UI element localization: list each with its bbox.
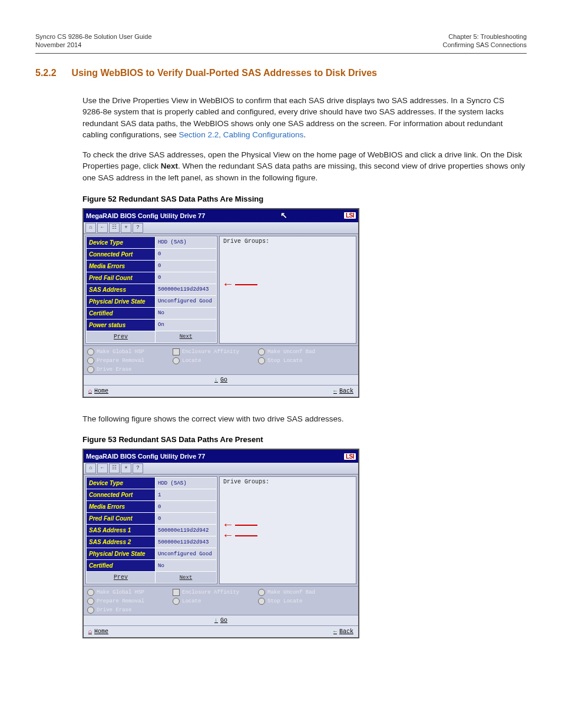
go-arrow-icon: ↓ [214,617,218,624]
property-row: SAS Address 2500000e119d2d943 [87,536,217,548]
property-label: Physical Drive State [87,295,156,307]
opt-make-unconf-bad[interactable]: Make Unconf Bad [258,348,355,355]
figure-53-caption: Figure 53 Redundant SAS Data Paths Are P… [82,435,527,444]
property-value: 0 [156,272,217,284]
section-heading: 5.2.2 Using WebBIOS to Verify Dual-Porte… [35,68,527,78]
back-arrow-icon: ← [333,628,337,635]
tree-icon[interactable]: ☷ [109,463,120,473]
property-row: Device TypeHDD (SAS) [87,477,217,489]
home-button[interactable]: ⌂Home [88,388,108,394]
window-title: MegaRAID BIOS Config Utility Drive 77 [86,453,205,460]
toolbar: ⌂ ← ☷ ☀ ? [84,222,358,234]
property-label: SAS Address 1 [87,525,156,536]
property-row: Pred Fail Count0 [87,272,217,284]
back-icon[interactable]: ← [97,463,108,473]
tree-icon[interactable]: ☷ [109,223,120,233]
property-value: 0 [156,248,217,260]
property-row: SAS Address500000e119d2d943 [87,284,217,295]
settings-icon[interactable]: ☀ [121,223,131,233]
property-label: Pred Fail Count [87,272,156,284]
paragraph-2: To check the drive SAS addresses, open t… [82,149,527,184]
back-button[interactable]: ←Back [333,628,353,635]
opt-enclosure-affinity[interactable]: Enclosure Affinity [173,348,258,355]
opt-prepare-removal[interactable]: Prepare Removal [87,598,173,605]
header-right-2: Confirming SAS Connections [443,41,527,49]
property-row: SAS Address 1500000e119d2d942 [87,525,217,536]
back-icon[interactable]: ← [97,223,108,233]
annotation-arrow-icon [224,529,232,542]
property-label: Power status [87,319,156,331]
go-arrow-icon: ↓ [214,377,218,383]
home-icon: ⌂ [88,388,92,394]
property-row: Device TypeHDD (SAS) [87,236,217,248]
drive-groups-panel: Drive Groups: [219,236,356,344]
property-row: Physical Drive StateUnconfigured Good [87,548,217,560]
header-rule [35,53,527,54]
drive-groups-panel: Drive Groups: [219,476,356,584]
toolbar: ⌂ ← ☷ ☀ ? [84,463,358,475]
opt-enclosure-affinity[interactable]: Enclosure Affinity [173,589,258,596]
paragraph-mid: The following figure shows the correct v… [82,413,527,425]
property-row: Connected Port1 [87,489,217,501]
property-label: SAS Address [87,284,156,295]
cursor-icon: ↖ [280,210,287,220]
running-header: Syncro CS 9286-8e Solution User Guide No… [35,32,527,50]
home-icon[interactable]: ⌂ [85,463,96,473]
property-row: Pred Fail Count0 [87,513,217,525]
go-button[interactable]: ↓Go [214,617,227,624]
opt-prepare-removal[interactable]: Prepare Removal [87,357,173,364]
property-row: Power statusOn [87,319,217,331]
properties-panel: Device TypeHDD (SAS)Connected Port1Media… [85,476,217,584]
header-left-1: Syncro CS 9286-8e Solution User Guide [35,32,152,41]
opt-drive-erase[interactable]: Drive Erase [87,607,173,614]
property-value: On [156,319,217,331]
help-icon[interactable]: ? [133,463,143,473]
settings-icon[interactable]: ☀ [121,463,131,473]
property-row: CertifiedNo [87,560,217,572]
header-left-2: November 2014 [35,41,152,49]
help-icon[interactable]: ? [133,223,143,233]
property-label: Connected Port [87,489,156,501]
property-label: Connected Port [87,248,156,260]
opt-stop-locate[interactable]: Stop Locate [258,598,355,605]
next-button[interactable]: Next [156,572,217,584]
options-area: Make Global HSP Enclosure Affinity Make … [84,586,358,615]
home-icon[interactable]: ⌂ [85,223,96,233]
property-value: No [156,307,217,319]
property-row: Physical Drive StateUnconfigured Good [87,295,217,307]
home-icon: ⌂ [88,628,92,635]
property-value: HDD (SAS) [156,236,217,248]
property-label: Pred Fail Count [87,513,156,525]
property-label: Certified [87,560,156,572]
prev-button[interactable]: Prev [87,572,156,584]
property-label: SAS Address 2 [87,536,156,548]
opt-make-global-hsp[interactable]: Make Global HSP [87,589,173,596]
link-cabling-configs[interactable]: Section 2.2, Cabling Configurations [179,130,304,139]
opt-locate[interactable]: Locate [173,357,258,364]
opt-make-unconf-bad[interactable]: Make Unconf Bad [258,589,355,596]
prev-button[interactable]: Prev [87,331,156,342]
opt-make-global-hsp[interactable]: Make Global HSP [87,348,173,355]
webbios-window-fig52: MegaRAID BIOS Config Utility Drive 77 ↖ … [82,208,359,398]
property-row: Media Errors0 [87,260,217,272]
lsi-logo: LSI [344,453,356,460]
opt-locate[interactable]: Locate [173,598,258,605]
go-button[interactable]: ↓Go [214,377,227,383]
property-label: Device Type [87,236,156,248]
property-value: Unconfigured Good [156,548,217,560]
property-value: 0 [156,513,217,525]
opt-drive-erase[interactable]: Drive Erase [87,366,173,373]
figure-52-caption: Figure 52 Redundant SAS Data Paths Are M… [82,195,527,203]
back-button[interactable]: ←Back [333,388,353,394]
property-value: 500000e119d2d943 [156,284,217,295]
property-value: 0 [156,260,217,272]
next-button[interactable]: Next [156,331,217,342]
window-title: MegaRAID BIOS Config Utility Drive 77 [86,212,205,219]
property-value: 500000e119d2d943 [156,536,217,548]
property-value: 0 [156,501,217,513]
opt-stop-locate[interactable]: Stop Locate [258,357,355,364]
property-label: Media Errors [87,501,156,513]
section-number: 5.2.2 [35,68,57,78]
section-title: Using WebBIOS to Verify Dual-Ported SAS … [72,68,377,78]
home-button[interactable]: ⌂Home [88,628,108,635]
